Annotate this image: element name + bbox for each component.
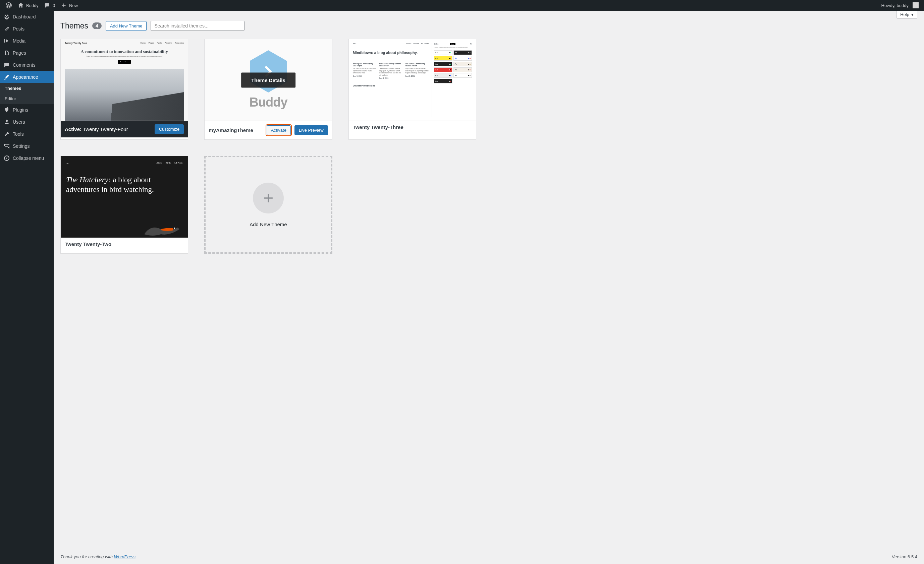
avatar (913, 2, 919, 8)
media-icon (3, 37, 10, 44)
theme-name: myAmazingTheme (208, 127, 253, 133)
sidebar-label-media: Media (13, 38, 26, 43)
theme-screenshot: TT3 About Books All Posts Mindblown: a b… (349, 39, 476, 121)
comment-icon (44, 2, 51, 9)
brush-icon (3, 74, 10, 81)
theme-card-active[interactable]: Twenty Twenty Four Home Pages Posts Patt… (60, 39, 188, 140)
bird-icon (141, 221, 181, 238)
sidebar-label-comments: Comments (13, 62, 36, 68)
help-tab[interactable]: Help ▾ (897, 11, 917, 19)
add-new-theme-card[interactable]: Add New Theme (204, 156, 332, 254)
active-theme-name: Active: Twenty Twenty-Four (65, 126, 128, 132)
sidebar-label-collapse: Collapse menu (13, 156, 44, 161)
my-account-link[interactable]: Howdy, buddy (879, 0, 921, 11)
footer-thanks: Thank you for creating with (60, 554, 114, 559)
content-area: Help ▾ Themes 4 Add New Theme Twenty Twe… (54, 11, 924, 564)
site-name-link[interactable]: Buddy (15, 0, 41, 11)
add-new-theme-button[interactable]: Add New Theme (106, 21, 147, 31)
theme-name: Twenty Twenty-Two (65, 241, 111, 247)
tt24-brand: Twenty Twenty Four (65, 42, 87, 44)
live-preview-button[interactable]: Live Preview (294, 125, 328, 135)
add-circle-icon (253, 183, 284, 214)
greeting: Howdy, buddy (881, 3, 909, 8)
sidebar-item-users[interactable]: Users (0, 116, 54, 128)
users-icon (3, 119, 10, 125)
sidebar-label-pages: Pages (13, 50, 26, 55)
admin-bar: Buddy 0 New Howdy, buddy (0, 0, 924, 11)
theme-screenshot: ∞ About Birds All Posts The Hatchery: a … (61, 156, 188, 238)
comments-count: 0 (52, 3, 55, 8)
buddy-logo-text: Buddy (249, 95, 287, 109)
sidebar-item-plugins[interactable]: Plugins (0, 104, 54, 116)
wp-footer: Thank you for creating with WordPress. V… (60, 554, 917, 559)
wrench-icon (3, 131, 10, 138)
wp-logo[interactable] (3, 0, 15, 11)
version-label: Version 6.5.4 (892, 554, 917, 559)
pages-icon (3, 49, 10, 56)
sidebar-item-dashboard[interactable]: Dashboard (0, 11, 54, 23)
comments-icon (3, 62, 10, 68)
theme-screenshot: Twenty Twenty Four Home Pages Posts Patt… (61, 39, 188, 121)
home-icon (18, 2, 24, 9)
sliders-icon (3, 143, 10, 150)
sidebar-item-posts[interactable]: Posts (0, 23, 54, 35)
help-label: Help (900, 12, 909, 17)
sidebar-collapse[interactable]: Collapse menu (0, 152, 54, 164)
activate-button[interactable]: Activate (267, 125, 291, 135)
chevron-down-icon: ▾ (911, 12, 914, 17)
customize-button[interactable]: Customize (154, 124, 184, 134)
site-name: Buddy (26, 3, 39, 8)
sidebar-item-appearance[interactable]: Appearance (0, 71, 54, 83)
sidebar-sub-editor[interactable]: Editor (0, 93, 54, 104)
sidebar-item-media[interactable]: Media (0, 35, 54, 47)
page-title: Themes (60, 21, 88, 30)
comments-link[interactable]: 0 (41, 0, 58, 11)
collapse-icon (3, 155, 10, 162)
activate-highlight: Activate (266, 124, 292, 136)
sidebar-label-users: Users (13, 119, 25, 125)
sidebar-item-tools[interactable]: Tools (0, 128, 54, 140)
new-content-link[interactable]: New (58, 0, 81, 11)
wordpress-icon (5, 2, 12, 9)
sidebar-item-comments[interactable]: Comments (0, 59, 54, 71)
pin-icon (3, 25, 10, 32)
sidebar-label-plugins: Plugins (13, 107, 28, 112)
sidebar-label-dashboard: Dashboard (13, 14, 36, 19)
sidebar-item-pages[interactable]: Pages (0, 47, 54, 59)
new-label: New (69, 3, 78, 8)
sidebar-sub-themes[interactable]: Themes (0, 83, 54, 93)
search-input[interactable] (151, 21, 244, 31)
sidebar-label-posts: Posts (13, 26, 24, 31)
add-new-label: Add New Theme (249, 221, 287, 227)
wordpress-link[interactable]: WordPress (114, 554, 135, 559)
theme-details-overlay[interactable]: Theme Details (241, 72, 296, 87)
admin-sidebar: Dashboard Posts Media Pages Comments App… (0, 11, 54, 564)
svg-point-1 (174, 227, 175, 229)
theme-count-badge: 4 (92, 22, 102, 29)
plugin-icon (3, 106, 10, 113)
theme-card-tt22[interactable]: ∞ About Birds All Posts The Hatchery: a … (60, 156, 188, 254)
sidebar-item-settings[interactable]: Settings (0, 140, 54, 152)
sidebar-label-settings: Settings (13, 144, 30, 149)
theme-name: Twenty Twenty-Three (353, 124, 404, 130)
dashboard-icon (3, 13, 10, 20)
plus-icon (60, 2, 67, 9)
theme-card-myamazingtheme[interactable]: Buddy Theme Details myAmazingTheme Activ… (204, 39, 332, 140)
sidebar-label-tools: Tools (13, 132, 24, 137)
theme-screenshot: Buddy Theme Details (205, 39, 332, 121)
sidebar-label-appearance: Appearance (13, 75, 38, 80)
theme-card-tt23[interactable]: TT3 About Books All Posts Mindblown: a b… (348, 39, 476, 140)
